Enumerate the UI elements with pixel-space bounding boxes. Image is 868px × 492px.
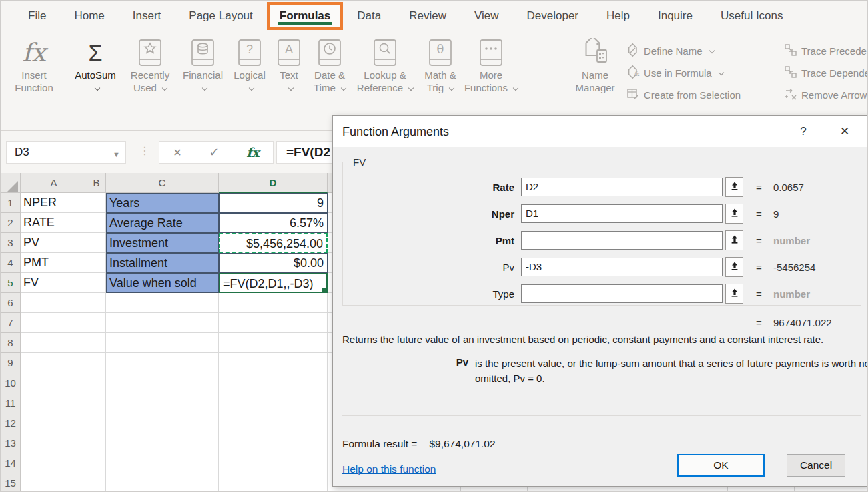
cell-A3[interactable]: PV (21, 233, 87, 253)
tab-page-layout[interactable]: Page Layout (175, 1, 266, 31)
recently-used-button[interactable]: RecentlyUsed (122, 33, 178, 94)
range-selector-button[interactable] (725, 204, 743, 224)
cell-A8[interactable] (21, 333, 87, 353)
cell-B15[interactable] (87, 473, 106, 492)
cell-A12[interactable] (21, 413, 87, 433)
cancel-entry-icon[interactable]: ✕ (173, 146, 181, 159)
cell-D9[interactable] (219, 353, 328, 373)
cell-B7[interactable] (87, 313, 106, 333)
row-header-6[interactable]: 6 (1, 293, 21, 313)
define-name-button[interactable]: Define Name (626, 42, 714, 59)
cell-C1[interactable]: Years (106, 193, 219, 213)
name-manager-button[interactable]: Name Manager (566, 33, 624, 94)
cell-C9[interactable] (106, 353, 219, 373)
lookup-reference-button[interactable]: Lookup &Reference (353, 33, 417, 94)
cell-C13[interactable] (106, 433, 219, 453)
cell-C7[interactable] (106, 313, 219, 333)
tab-view[interactable]: View (460, 1, 513, 31)
column-header-c[interactable]: C (106, 173, 219, 193)
date-time-button[interactable]: Date &Time (306, 33, 353, 94)
arg-input-pmt[interactable] (521, 231, 723, 250)
financial-button[interactable]: Financial (178, 33, 228, 94)
cell-A14[interactable] (21, 453, 87, 473)
arg-input-rate[interactable]: D2 (521, 178, 723, 196)
trace-precedents-button[interactable]: Trace Precedents (784, 42, 868, 59)
tab-file[interactable]: File (14, 1, 60, 31)
more-functions-button[interactable]: MoreFunctions (464, 33, 518, 94)
cell-B3[interactable] (87, 233, 106, 253)
ok-button[interactable]: OK (677, 454, 765, 477)
cell-D4[interactable]: $0.00 (219, 253, 328, 273)
cell-C14[interactable] (106, 453, 219, 473)
row-header-15[interactable]: 15 (1, 473, 21, 492)
cell-D2[interactable]: 6.57% (219, 213, 328, 233)
autosum-button[interactable]: Σ AutoSum (70, 33, 121, 94)
use-in-formula-button[interactable]: fxUse in Formula (626, 64, 723, 81)
cell-D8[interactable] (219, 333, 328, 353)
cell-B9[interactable] (87, 353, 106, 373)
tab-developer[interactable]: Developer (513, 1, 593, 31)
cell-A9[interactable] (21, 353, 87, 373)
remove-arrows-button[interactable]: Remove Arrows (784, 86, 868, 103)
name-box[interactable]: D3 ▼ (6, 141, 126, 164)
range-selector-button[interactable] (725, 284, 743, 304)
insert-function-fx-icon[interactable]: fx (246, 145, 260, 160)
cell-D1[interactable]: 9 (219, 193, 328, 213)
text-button[interactable]: AText (272, 33, 306, 94)
range-selector-button[interactable] (725, 177, 743, 197)
cell-B4[interactable] (87, 253, 106, 273)
cell-D15[interactable] (219, 473, 328, 492)
cell-B11[interactable] (87, 393, 106, 413)
cell-C5[interactable]: Value when sold (106, 273, 219, 293)
tab-help[interactable]: Help (592, 1, 644, 31)
row-header-10[interactable]: 10 (1, 373, 21, 393)
tab-insert[interactable]: Insert (119, 1, 175, 31)
range-selector-button[interactable] (725, 257, 743, 277)
dialog-title-bar[interactable]: Function Arguments ? ✕ (333, 116, 868, 147)
row-header-5[interactable]: 5 (1, 273, 21, 293)
cell-B6[interactable] (87, 293, 106, 313)
row-header-14[interactable]: 14 (1, 453, 21, 473)
cell-D5[interactable]: =FV(D2,D1,,-D3) (219, 273, 328, 293)
close-icon[interactable]: ✕ (830, 121, 859, 142)
cell-B12[interactable] (87, 413, 106, 433)
math-trig-button[interactable]: θMath &Trig (417, 33, 464, 94)
cell-C15[interactable] (106, 473, 219, 492)
select-all-icon[interactable] (7, 181, 18, 192)
row-header-9[interactable]: 9 (1, 353, 21, 373)
row-header-8[interactable]: 8 (1, 333, 21, 353)
cell-C2[interactable]: Average Rate (106, 213, 219, 233)
cell-A7[interactable] (21, 313, 87, 333)
range-selector-button[interactable] (725, 230, 743, 250)
cell-D14[interactable] (219, 453, 328, 473)
cell-C6[interactable] (106, 293, 219, 313)
dialog-help-icon[interactable]: ? (789, 121, 818, 142)
cell-A4[interactable]: PMT (21, 253, 87, 273)
cell-A2[interactable]: RATE (21, 213, 87, 233)
cell-A11[interactable] (21, 393, 87, 413)
cell-C11[interactable] (106, 393, 219, 413)
column-header-b[interactable]: B (87, 173, 106, 193)
cell-C8[interactable] (106, 333, 219, 353)
cell-A13[interactable] (21, 433, 87, 453)
cell-B5[interactable] (87, 273, 106, 293)
tab-data[interactable]: Data (343, 1, 395, 31)
column-header-d[interactable]: D (219, 173, 328, 193)
cell-C10[interactable] (106, 373, 219, 393)
cell-A1[interactable]: NPER (21, 193, 87, 213)
tab-formulas[interactable]: Formulas (267, 2, 344, 30)
tab-inquire[interactable]: Inquire (644, 1, 707, 31)
row-header-1[interactable]: 1 (1, 193, 21, 213)
cell-B2[interactable] (87, 213, 106, 233)
enter-entry-icon[interactable]: ✓ (209, 145, 219, 160)
row-header-3[interactable]: 3 (1, 233, 21, 253)
cell-C4[interactable]: Installment (106, 253, 219, 273)
cell-D12[interactable] (219, 413, 328, 433)
insert-function-button[interactable]: fx Insert Function (5, 33, 63, 94)
cancel-button[interactable]: Cancel (787, 454, 845, 477)
arg-input-type[interactable] (521, 284, 723, 303)
tab-useful-icons[interactable]: Useful Icons (707, 1, 797, 31)
row-header-7[interactable]: 7 (1, 313, 21, 333)
cell-B10[interactable] (87, 373, 106, 393)
tab-review[interactable]: Review (395, 1, 460, 31)
